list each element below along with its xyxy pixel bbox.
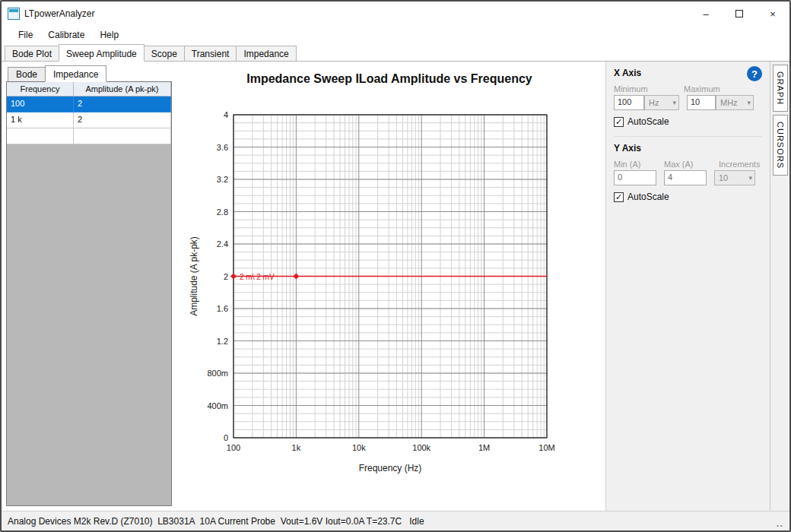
- side-tab-strip: GRAPH CURSORS: [770, 62, 789, 511]
- svg-text:2.4: 2.4: [217, 239, 228, 249]
- column-header-frequency[interactable]: Frequency: [7, 82, 74, 97]
- main-tab-bar: Bode Plot Sweep Amplitude Scope Transien…: [2, 44, 789, 62]
- app-icon: [8, 8, 20, 20]
- svg-text:1.6: 1.6: [217, 304, 228, 313]
- chevron-down-icon: ▾: [748, 174, 752, 182]
- side-tab-graph[interactable]: GRAPH: [773, 65, 788, 112]
- svg-text:0: 0: [224, 433, 228, 442]
- column-header-amplitude[interactable]: Amplitude (A pk-pk): [74, 82, 171, 97]
- x-minimum-unit-dropdown[interactable]: Hz ▾: [644, 95, 679, 110]
- resize-grip[interactable]: ..: [777, 518, 783, 530]
- maximize-icon: [735, 10, 743, 17]
- cell-frequency[interactable]: 1 k: [7, 112, 74, 128]
- subtab-bode[interactable]: Bode: [8, 67, 46, 81]
- table-header-row: Frequency Amplitude (A pk-pk): [7, 82, 171, 97]
- menu-help[interactable]: Help: [92, 27, 126, 43]
- table-row[interactable]: 100 2: [7, 97, 171, 112]
- subtab-impedance[interactable]: Impedance: [45, 65, 106, 82]
- svg-text:Frequency (Hz): Frequency (Hz): [359, 463, 422, 473]
- table-row[interactable]: 1 k 2: [7, 112, 171, 128]
- chevron-down-icon: ▾: [747, 99, 751, 106]
- tab-impedance[interactable]: Impedance: [236, 46, 296, 61]
- status-bar: Analog Devices M2k Rev.D (Z7010) LB3031A…: [2, 511, 789, 530]
- table-empty-area: [7, 144, 171, 505]
- x-maximum-label: Maximum: [684, 84, 720, 93]
- maximize-button[interactable]: [723, 2, 756, 26]
- svg-text:2: 2: [224, 272, 228, 281]
- x-minimum-input[interactable]: 100: [614, 95, 644, 110]
- svg-text:3.2: 3.2: [217, 175, 228, 184]
- tab-sweep-amplitude[interactable]: Sweep Amplitude: [59, 44, 145, 62]
- sub-tab-bar: Bode Impedance: [6, 65, 172, 81]
- help-icon[interactable]: ?: [747, 66, 762, 81]
- group-separator: [614, 136, 762, 137]
- svg-text:400m: 400m: [207, 401, 228, 410]
- x-autoscale-row: ✓ AutoScale: [614, 116, 762, 127]
- y-autoscale-row: ✓ AutoScale: [614, 192, 762, 202]
- svg-text:2 m\ 2 mV: 2 m\ 2 mV: [240, 273, 275, 281]
- chart-panel: Impedance Sweep ILoad Amplitude vs Frequ…: [173, 62, 605, 511]
- x-minimum-label: Minimum: [614, 84, 684, 93]
- chart-title: Impedance Sweep ILoad Amplitude vs Frequ…: [173, 72, 605, 98]
- svg-text:2.8: 2.8: [217, 207, 228, 217]
- menu-calibrate[interactable]: Calibrate: [40, 27, 92, 43]
- svg-text:100: 100: [227, 443, 240, 452]
- minimize-button[interactable]: –: [689, 2, 723, 26]
- y-autoscale-label: AutoScale: [627, 192, 669, 202]
- x-maximum-unit-value: MHz: [720, 98, 738, 107]
- status-text: Analog Devices M2k Rev.D (Z7010) LB3031A…: [8, 516, 424, 527]
- x-axis-group-title: X Axis: [614, 68, 762, 78]
- svg-text:100k: 100k: [412, 443, 430, 452]
- cell-amplitude[interactable]: 2: [74, 97, 171, 112]
- x-maximum-input[interactable]: 10: [687, 95, 716, 110]
- content-area: Bode Impedance Frequency Amplitude (A pk…: [2, 62, 789, 511]
- title-bar: LTpowerAnalyzer – ×: [2, 2, 789, 26]
- y-increments-label: Increments: [719, 160, 760, 169]
- close-button[interactable]: ×: [756, 2, 789, 26]
- x-maximum-unit-dropdown[interactable]: MHz ▾: [716, 95, 754, 110]
- impedance-chart: 0400m800m1.21.622.42.83.23.641001k10k100…: [173, 98, 605, 511]
- y-min-input[interactable]: 0: [614, 170, 656, 185]
- y-increments-dropdown[interactable]: 10 ▾: [714, 170, 755, 185]
- y-increments-value: 10: [719, 173, 728, 182]
- y-axis-group-title: Y Axis: [614, 143, 762, 154]
- x-minimum-unit-value: Hz: [649, 98, 659, 107]
- table-row[interactable]: [7, 128, 171, 144]
- y-max-label: Max (A): [664, 160, 719, 169]
- svg-text:4: 4: [224, 110, 228, 119]
- side-tab-cursors[interactable]: CURSORS: [773, 115, 788, 176]
- svg-text:800m: 800m: [207, 369, 228, 378]
- svg-text:10k: 10k: [352, 443, 366, 452]
- cell-amplitude[interactable]: [74, 128, 171, 144]
- tab-scope[interactable]: Scope: [144, 46, 185, 61]
- tab-transient[interactable]: Transient: [184, 46, 237, 61]
- sweep-table-panel: Bode Impedance Frequency Amplitude (A pk…: [2, 62, 173, 511]
- svg-text:1M: 1M: [478, 443, 490, 452]
- frequency-amplitude-table: Frequency Amplitude (A pk-pk) 100 2 1 k …: [6, 81, 172, 506]
- axis-settings-panel: ? X Axis Minimum Maximum 100 Hz ▾ 10 MHz…: [605, 62, 770, 511]
- y-autoscale-checkbox[interactable]: ✓: [614, 192, 624, 202]
- tab-bode-plot[interactable]: Bode Plot: [5, 46, 59, 61]
- svg-text:3.6: 3.6: [217, 143, 228, 152]
- chevron-down-icon: ▾: [672, 99, 676, 106]
- x-autoscale-checkbox[interactable]: ✓: [614, 117, 624, 127]
- cell-amplitude[interactable]: 2: [74, 112, 171, 128]
- y-min-label: Min (A): [614, 160, 664, 169]
- menu-file[interactable]: File: [11, 27, 40, 43]
- window-title: LTpowerAnalyzer: [24, 8, 94, 19]
- y-max-input[interactable]: 4: [664, 170, 707, 185]
- svg-text:1k: 1k: [292, 443, 301, 452]
- cell-frequency[interactable]: [7, 128, 74, 144]
- svg-text:1.2: 1.2: [217, 337, 228, 346]
- svg-text:10M: 10M: [538, 443, 554, 452]
- cell-frequency[interactable]: 100: [7, 97, 74, 112]
- menu-bar: File Calibrate Help: [2, 26, 789, 44]
- x-autoscale-label: AutoScale: [627, 116, 669, 127]
- svg-text:Amplitude (A pk-pk): Amplitude (A pk-pk): [189, 236, 199, 316]
- app-window: LTpowerAnalyzer – × File Calibrate Help …: [0, 0, 791, 532]
